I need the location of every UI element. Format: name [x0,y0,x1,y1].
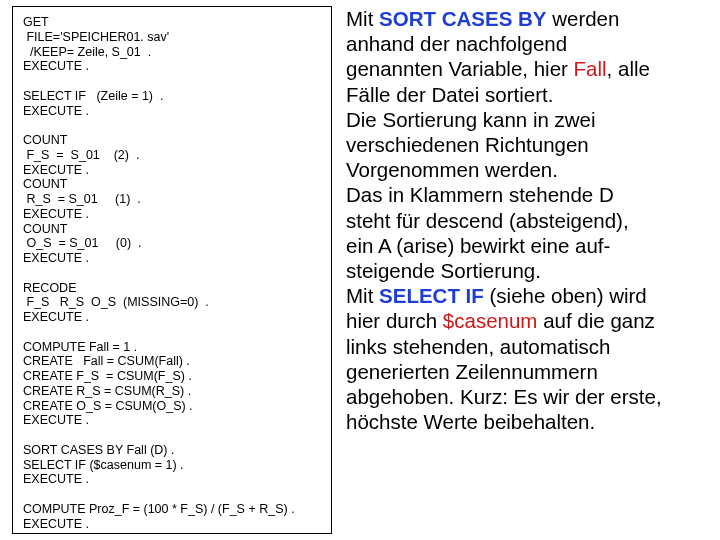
line-1b: werden [546,7,619,30]
line-12a: Mit [346,284,379,307]
line-13a: hier durch [346,309,443,332]
line-5: Die Sortierung kann in zwei [346,108,596,131]
code-block-1: GET FILE='SPEICHER01. sav' /KEEP= Zeile,… [23,15,169,73]
line-4: Fälle der Datei sortiert. [346,83,553,106]
line-6: verschiedenen Richtungen [346,133,589,156]
keyword-sort-cases-by: SORT CASES BY [379,7,546,30]
line-16: abgehoben. Kurz: Es wir der erste, [346,385,662,408]
line-2: anhand der nachfolgend [346,32,567,55]
keyword-fall: Fall [574,57,607,80]
code-block-2: SELECT IF (Zeile = 1) . EXECUTE . [23,89,163,118]
syntax-code-box: GET FILE='SPEICHER01. sav' /KEEP= Zeile,… [12,6,332,534]
code-block-3: COUNT F_S = S_01 (2) . EXECUTE . COUNT R… [23,133,141,265]
line-1a: Mit [346,7,379,30]
line-8: Das in Klammern stehende D [346,183,614,206]
line-9: steht für descend (absteigend), [346,209,629,232]
keyword-select-if: SELECT IF [379,284,484,307]
line-14: links stehenden, automatisch [346,335,610,358]
explanation-text: Mit SORT CASES BY werden anhand der nach… [332,6,716,534]
line-3a: genannten Variable, hier [346,57,574,80]
code-block-6: SORT CASES BY Fall (D) . SELECT IF ($cas… [23,443,184,487]
code-block-4: RECODE F_S R_S O_S (MISSING=0) . EXECUTE… [23,281,209,325]
code-block-5: COMPUTE Fall = 1 . CREATE Fall = CSUM(Fa… [23,340,193,428]
line-15: generierten Zeilennummern [346,360,598,383]
line-10: ein A (arise) bewirkt eine auf- [346,234,610,257]
keyword-casenum: $casenum [443,309,538,332]
line-12b: (siehe oben) wird [484,284,647,307]
code-block-7: COMPUTE Proz_F = (100 * F_S) / (F_S + R_… [23,502,295,531]
line-3b: , alle [607,57,650,80]
line-11: steigende Sortierung. [346,259,541,282]
line-7: Vorgenommen werden. [346,158,558,181]
line-13b: auf die ganz [537,309,654,332]
slide-page: GET FILE='SPEICHER01. sav' /KEEP= Zeile,… [0,0,720,540]
line-17: höchste Werte beibehalten. [346,410,595,433]
